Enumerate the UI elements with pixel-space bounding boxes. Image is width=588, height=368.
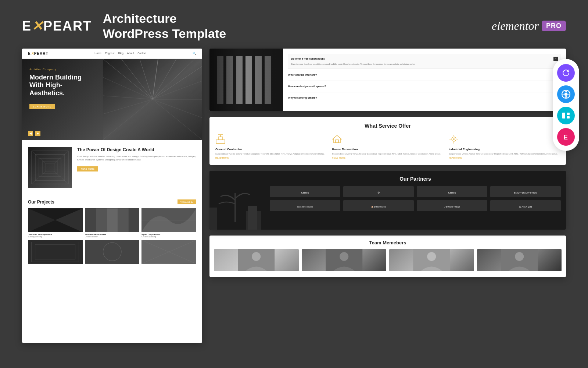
refresh-icon — [561, 68, 571, 78]
projects-header: Our Projects VIEW ALL ▶ — [28, 199, 196, 205]
project-type-2: Creative interior — [85, 236, 140, 238]
svg-rect-48 — [209, 49, 283, 111]
right-preview-panel: Do offer a free consulation? − Eger temp… — [209, 49, 566, 343]
hero-cta-button[interactable]: LEARN MORE — [29, 104, 55, 109]
hero-nav-arrows: ◀ ▶ — [28, 131, 40, 136]
service-read-more-1[interactable]: READ MORE — [215, 157, 327, 159]
svg-point-65 — [252, 252, 261, 261]
services-section: What Service Offer General Contractor Su… — [209, 117, 566, 165]
mini-nav-home: Home — [94, 52, 101, 55]
svg-rect-50 — [218, 137, 223, 140]
faq-q-text-3: How can design small spaces? — [288, 85, 326, 88]
faq-question-4[interactable]: Why we among others? + — [288, 95, 561, 100]
hero-content: Architec Company Modern Building With Hi… — [29, 68, 82, 110]
partner-logo-1: Kardio — [270, 186, 340, 197]
team-photo-3 — [389, 249, 474, 271]
about-description: Craft design with the mind of delivering… — [77, 155, 196, 162]
main-content: E✕PEART Home Pages ▾ Blog About Contact … — [0, 49, 588, 343]
svg-rect-30 — [107, 208, 118, 232]
svg-rect-53 — [336, 140, 338, 143]
view-all-button[interactable]: VIEW ALL ▶ — [178, 199, 196, 204]
service-desc-2: Suspendisse viverra Yahya Tenetur Except… — [332, 152, 443, 155]
partner-logo-3: Kardio — [417, 186, 487, 197]
svg-point-67 — [340, 252, 348, 261]
project-card-5 — [85, 240, 140, 264]
partner-logo-2: ⚙ — [343, 186, 414, 197]
svg-rect-61 — [209, 208, 217, 230]
project-card-1: Johnson Headquarters Building planning — [28, 208, 83, 238]
projects-title: Our Projects — [28, 199, 54, 205]
partners-content: Our Partners Kardio ⚙ Kardio BEAUTY LUXU… — [270, 176, 561, 211]
pro-badge: PRO — [542, 21, 566, 31]
svg-point-69 — [427, 252, 436, 261]
elementor-text: elementor — [492, 19, 539, 33]
project-type-1: Building planning — [28, 236, 83, 238]
team-member-2 — [302, 249, 387, 273]
logo-x: ✕ — [32, 18, 43, 33]
faq-toggle-1[interactable]: − — [553, 57, 558, 61]
svg-rect-49 — [216, 140, 225, 144]
about-image — [28, 147, 72, 188]
faq-item-2: Wher can the interiors? + — [288, 70, 561, 81]
svg-rect-35 — [28, 240, 83, 263]
service-read-more-2[interactable]: READ MORE — [332, 157, 443, 159]
service-name-3: Industrial Engineering — [449, 148, 560, 151]
project-card-6 — [141, 240, 196, 264]
service-read-more-3[interactable]: READ MORE — [449, 157, 560, 159]
prev-arrow[interactable]: ◀ — [28, 131, 33, 136]
elementor-ue-icon — [561, 110, 571, 121]
hero-arch-svg — [103, 59, 202, 140]
project-card-4 — [28, 240, 83, 264]
refresh-icon-circle[interactable] — [557, 64, 575, 82]
svg-rect-28 — [85, 208, 96, 232]
next-arrow[interactable]: ▶ — [35, 131, 40, 136]
service-name-2: House Renovation — [332, 148, 443, 151]
mini-nav-blog: Blog — [118, 52, 123, 55]
elementor-e-icon-circle[interactable]: E — [557, 128, 575, 146]
faq-question-2[interactable]: Wher can the interiors? + — [288, 72, 561, 78]
mini-search-icon: 🔍 — [193, 52, 196, 55]
faq-item-1: Do offer a free consulation? − Eger temp… — [288, 54, 561, 69]
svg-rect-16 — [28, 147, 72, 188]
team-photo-4 — [477, 249, 562, 271]
elementor-e-icon: E — [561, 132, 571, 142]
partners-title: Our Partners — [270, 176, 561, 182]
faq-question-3[interactable]: How can design small spaces? + — [288, 84, 561, 89]
faq-item-3: How can design small spaces? + — [288, 81, 561, 92]
services-title: What Service Offer — [215, 123, 560, 129]
partner-logo-8: & ANA LIN — [490, 200, 561, 211]
house-renovation-icon — [332, 134, 443, 146]
elementor-ue-icon-circle[interactable] — [557, 107, 575, 124]
service-card-2: House Renovation Suspendisse viverra Yah… — [332, 134, 443, 159]
faq-item-4: Why we among others? + — [288, 92, 561, 103]
service-name-1: General Contractor — [215, 148, 327, 151]
header: E✕PEART Architecture WordPress Template … — [0, 0, 588, 49]
project-image-3 — [141, 208, 196, 232]
mini-logo: E✕PEART — [28, 52, 49, 56]
mini-navbar: E✕PEART Home Pages ▾ Blog About Contact … — [22, 49, 202, 59]
faq-image — [209, 49, 283, 111]
partner-logo-7: ↗ STUDIO TWENY — [417, 200, 487, 211]
faq-q-text-4: Why we among others? — [288, 96, 317, 99]
mini-nav-links: Home Pages ▾ Blog About Contact — [94, 52, 146, 55]
wordpress-icon-circle[interactable] — [557, 85, 575, 103]
team-member-1 — [214, 249, 299, 273]
service-desc-1: Suspendisse viverra Yahya Tenetur Except… — [215, 152, 327, 155]
project-image-1 — [28, 208, 83, 232]
mini-nav-about: About — [127, 52, 134, 55]
header-subtitle: Architecture WordPress Template — [103, 11, 226, 41]
faq-question-1[interactable]: Do offer a free consulation? − — [291, 57, 558, 61]
team-photo-2 — [302, 249, 387, 271]
partner-logo-4: BEAUTY LUXURY STUDIO — [490, 186, 561, 197]
svg-text:E: E — [563, 134, 568, 141]
industrial-engineering-icon — [449, 134, 560, 146]
team-member-3 — [389, 249, 474, 273]
svg-rect-63 — [248, 206, 257, 230]
about-cta-button[interactable]: READ MORE — [77, 166, 98, 171]
about-content: The Power Of Design Create A World Craft… — [77, 147, 196, 172]
projects-grid: Johnson Headquarters Building planning B… — [28, 208, 196, 264]
partner-logo-5: SK SMITH KILIAN — [270, 200, 340, 211]
project-image-5 — [85, 240, 140, 264]
project-card-3: Hyatt Corporation Creative planning — [141, 208, 196, 238]
service-card-3: Industrial Engineering Suspendisse viver… — [449, 134, 560, 159]
